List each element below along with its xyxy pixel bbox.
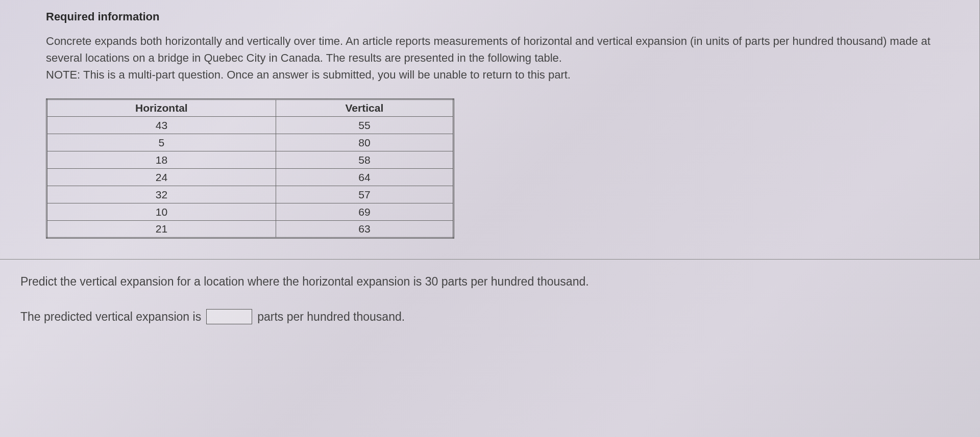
header-horizontal: Horizontal [47, 99, 276, 117]
cell-vertical: 57 [276, 186, 453, 203]
table-row: 10 69 [47, 203, 454, 221]
cell-vertical: 63 [276, 221, 453, 238]
cell-horizontal: 18 [47, 151, 276, 169]
problem-description: Concrete expands both horizontally and v… [46, 33, 934, 83]
note-text: NOTE: This is a multi-part question. Onc… [46, 68, 571, 81]
cell-horizontal: 10 [47, 203, 276, 221]
cell-vertical: 80 [276, 134, 453, 151]
table-row: 18 58 [47, 151, 454, 169]
answer-line: The predicted vertical expansion is part… [20, 309, 960, 324]
cell-horizontal: 24 [47, 169, 276, 186]
cell-vertical: 69 [276, 203, 453, 221]
table-row: 43 55 [47, 117, 454, 134]
expansion-data-table: Horizontal Vertical 43 55 5 80 18 58 24 … [46, 98, 454, 239]
table-row: 5 80 [47, 134, 454, 151]
table-row: 32 57 [47, 186, 454, 203]
table-row: 24 64 [47, 169, 454, 186]
cell-horizontal: 43 [47, 117, 276, 134]
table-row: 21 63 [47, 221, 454, 238]
cell-vertical: 58 [276, 151, 453, 169]
cell-vertical: 55 [276, 117, 453, 134]
section-title: Required information [46, 10, 934, 23]
answer-suffix: parts per hundred thousand. [257, 310, 405, 324]
table-header-row: Horizontal Vertical [47, 99, 454, 117]
description-text: Concrete expands both horizontally and v… [46, 35, 930, 64]
cell-horizontal: 21 [47, 221, 276, 238]
cell-vertical: 64 [276, 169, 453, 186]
question-prompt: Predict the vertical expansion for a loc… [20, 275, 960, 289]
answer-prefix: The predicted vertical expansion is [20, 310, 201, 324]
answer-input[interactable] [206, 309, 252, 324]
required-information-box: Required information Concrete expands bo… [0, 0, 980, 260]
question-section: Predict the vertical expansion for a loc… [0, 275, 980, 324]
header-vertical: Vertical [276, 99, 453, 117]
cell-horizontal: 32 [47, 186, 276, 203]
cell-horizontal: 5 [47, 134, 276, 151]
